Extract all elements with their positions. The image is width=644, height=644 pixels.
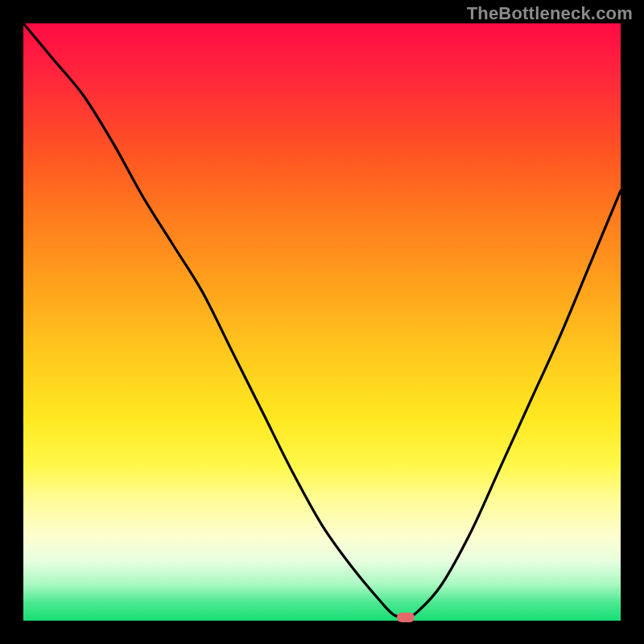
- bottleneck-curve: [23, 23, 621, 621]
- watermark-text: TheBottleneck.com: [467, 3, 633, 24]
- plot-area: [23, 23, 621, 621]
- chart-frame: TheBottleneck.com: [0, 0, 644, 644]
- optimal-marker: [397, 613, 415, 622]
